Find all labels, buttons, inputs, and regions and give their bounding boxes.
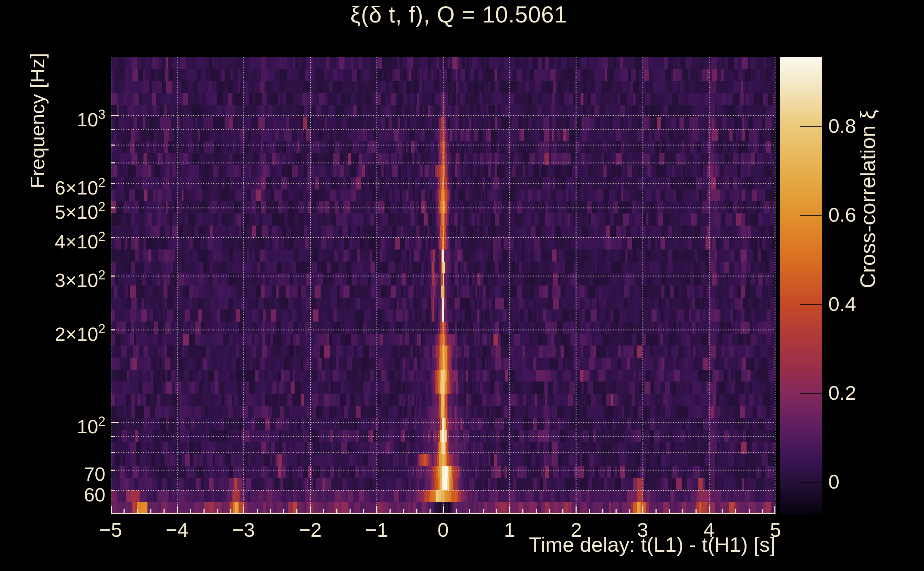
x-tick-label: −5: [82, 518, 139, 542]
colorbar-label: Cross-correlation ξ: [856, 110, 880, 289]
heatmap-canvas: [111, 57, 776, 514]
y-tick-label: 6×102: [14, 172, 105, 199]
y-tick-label: 5×102: [14, 196, 105, 224]
colorbar-tick-label: 0.2: [828, 381, 907, 405]
x-axis-label: Time delay: t(L1) - t(H1) [s]: [393, 532, 776, 556]
y-tick-label: 3×102: [14, 264, 105, 292]
colorbar-tick: [800, 393, 822, 394]
colorbar-tick-label: 0: [828, 470, 907, 494]
colorbar-tick: [800, 215, 822, 216]
x-tick-label: −4: [148, 518, 206, 542]
colorbar-tick: [800, 482, 822, 483]
x-tick-label: −2: [282, 518, 339, 542]
x-tick-label: −3: [215, 518, 272, 542]
y-tick-label: 103: [14, 104, 105, 131]
y-tick-label: 60: [14, 479, 105, 506]
colorbar-tick: [800, 304, 822, 305]
y-tick-label: 2×102: [14, 318, 105, 346]
chart-title: ξ(δ t, f), Q = 10.5061: [102, 2, 816, 28]
y-tick-label: 4×102: [14, 226, 105, 253]
colorbar: [780, 57, 822, 514]
y-tick-label: 102: [14, 411, 105, 438]
cross-correlation-figure: ξ(δ t, f), Q = 10.5061 Frequency [Hz] 10…: [0, 0, 924, 571]
colorbar-tick: [800, 126, 822, 127]
colorbar-tick-label: 0.4: [828, 292, 907, 316]
